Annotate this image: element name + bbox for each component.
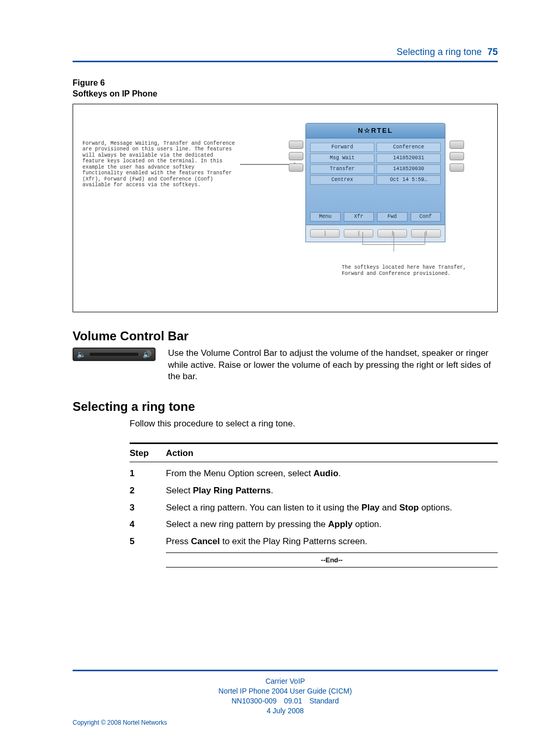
volume-description: Use the Volume Control Bar to adjust the… [168,348,498,383]
header-rule [73,61,498,62]
procedure-table: Step Action 1 From the Menu Option scree… [73,442,498,567]
page-footer: Carrier VoIP Nortel IP Phone 2004 User G… [73,666,498,726]
figure-left-annotation: Forward, Message Waiting, Transfer and C… [82,141,238,188]
softkey-callout-text: The softkeys located here have Transfer,… [342,265,471,277]
step-num: 1 [130,467,166,480]
footer-center: Carrier VoIP Nortel IP Phone 2004 User G… [73,676,498,716]
table-header-rule [130,462,498,462]
phone-screen: Forward Conference Msg Wait 1418520031 T… [305,139,445,225]
feature-cell: Oct 14 5:59… [376,175,441,185]
step-action: Select a ring pattern. You can listen to… [166,502,498,515]
table-row: 1 From the Menu Option screen, select Au… [130,467,498,480]
end-rule-bottom [166,567,498,568]
document-page: Selecting a ring tone 75 Figure 6 Softke… [0,0,560,747]
step-num: 2 [130,485,166,497]
table-row: 5 Press Cancel to exit the Play Ring Pat… [130,535,498,548]
table-row: 2 Select Play Ring Patterns. [130,485,498,497]
table-header-row: Step Action [130,447,498,462]
end-rule-top [166,552,498,553]
speaker-low-icon: 🔈 [77,350,86,358]
softkey-label: Xfr [344,212,374,222]
phone-brand-bar: N☆RTEL [305,123,445,139]
softkey-label: Conf [411,212,441,222]
step-action: From the Menu Option screen, select Audi… [166,467,498,480]
feature-button [289,152,303,160]
footer-docnum: NN10300-009 [231,697,276,705]
feature-cell: Forward [310,143,374,152]
speaker-high-icon: 🔊 [143,350,151,358]
heading-ringtone: Selecting a ring tone [73,399,498,414]
step-num: 3 [130,502,166,515]
footer-date: 4 July 2008 [267,707,304,715]
softkey-label: Menu [310,212,341,222]
table-row: 3 Select a ring pattern. You can listen … [130,502,498,515]
end-marker: --End-- [166,556,498,564]
feature-cell: Transfer [310,164,374,174]
softkey-button [377,229,407,238]
figure-caption: Figure 6 Softkeys on IP Phone [73,78,498,100]
footer-copyright: Copyright © 2008 Nortel Networks [73,719,498,726]
feature-cell: Msg Wait [310,154,374,163]
softkey-button [411,229,441,238]
softkey-button [344,229,373,238]
softkey-callout: The softkeys located here have Transfer,… [342,244,471,277]
feature-grid: Forward Conference Msg Wait 1418520031 T… [306,141,445,187]
footer-rule [73,670,498,671]
table-row: 4 Select a new ring pattern by pressing … [130,518,498,531]
figure-label-title: Softkeys on IP Phone [73,89,157,98]
footer-line2: Nortel IP Phone 2004 User Guide (CICM) [218,687,352,695]
footer-line1: Carrier VoIP [265,677,305,685]
softkey-label: Fwd [377,212,408,222]
feature-button [450,152,464,160]
table-top-rule [130,442,498,444]
step-num: 5 [130,535,166,548]
footer-ver: 09.01 [284,697,302,705]
feature-button [450,141,464,149]
header-title: Selecting a ring tone [397,47,482,57]
step-action: Press Cancel to exit the Play Ring Patte… [166,535,498,548]
feature-buttons-right [450,141,464,172]
volume-bar-illustration: 🔈 🔊 [73,348,156,361]
heading-volume: Volume Control Bar [73,329,498,343]
col-action: Action [166,448,193,459]
ip-phone-illustration: N☆RTEL Forward Conference Msg Wait 14185… [305,123,445,242]
step-num: 4 [130,518,166,531]
figure-label-num: Figure 6 [73,78,105,87]
figure-box: Forward, Message Waiting, Transfer and C… [73,104,498,312]
feature-buttons-left [289,141,303,172]
feature-cell: Conference [376,143,441,152]
footer-class: Standard [310,697,339,705]
feature-cell: Centrex [310,175,374,185]
running-header: Selecting a ring tone 75 [73,47,498,61]
page-number: 75 [487,47,498,57]
step-action: Select a new ring pattern by pressing th… [166,518,498,531]
feature-cell: 1418520031 [376,154,441,163]
step-action: Select Play Ring Patterns. [166,485,498,497]
feature-button [289,163,303,172]
col-step: Step [130,448,166,459]
softkey-labels: Menu Xfr Fwd Conf [306,208,445,225]
feature-button [289,141,303,149]
end-block: --End-- [130,552,498,568]
feature-cell: 1418520030 [376,164,441,174]
ringtone-intro: Follow this procedure to select a ring t… [73,418,498,430]
softkey-button [310,229,340,238]
feature-button [450,163,464,172]
